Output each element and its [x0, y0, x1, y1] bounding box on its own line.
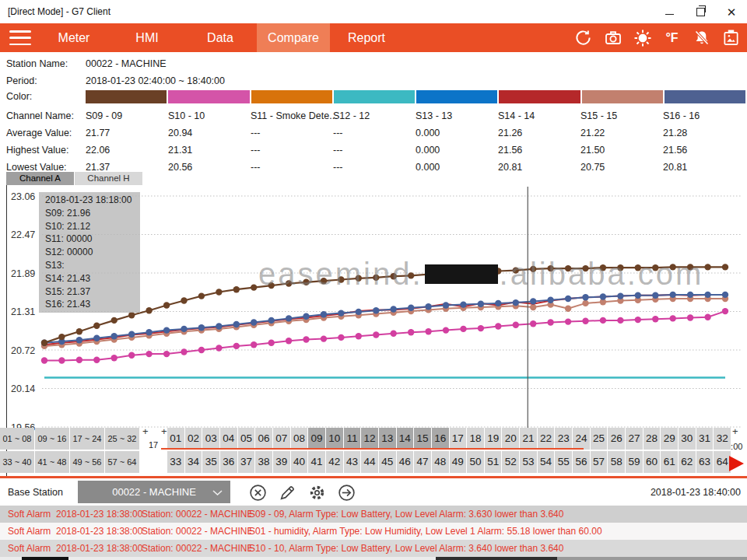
page-cell-05[interactable]: 05: [238, 428, 255, 450]
cancel-alarm-button[interactable]: [247, 482, 268, 502]
page-cell-03[interactable]: 03: [202, 428, 219, 450]
page-cell-20[interactable]: 20: [502, 428, 519, 450]
page-cell-06[interactable]: 06: [255, 428, 272, 450]
page-cell-21[interactable]: 21: [520, 428, 537, 450]
page-cell-25[interactable]: 25: [591, 428, 608, 450]
page-cell-28[interactable]: 28: [644, 428, 661, 450]
page-cell-39[interactable]: 39: [273, 451, 290, 473]
range-tab[interactable]: 01 ~ 08: [0, 428, 34, 450]
page-cell-44[interactable]: 44: [361, 451, 378, 473]
page-cell-32[interactable]: 32: [714, 428, 731, 450]
camera-icon[interactable]: [603, 28, 622, 47]
screenshot-image-icon[interactable]: [721, 28, 741, 47]
zoom-in-axis-right[interactable]: +: [732, 425, 738, 437]
page-cell-55[interactable]: 55: [555, 451, 572, 473]
nav-item-hmi[interactable]: HMI: [110, 23, 184, 52]
page-cell-02[interactable]: 02: [185, 428, 202, 450]
page-cell-13[interactable]: 13: [379, 428, 396, 450]
page-cell-61[interactable]: 61: [661, 451, 678, 473]
page-cell-59[interactable]: 59: [626, 451, 643, 473]
range-tab[interactable]: 49 ~ 56: [70, 451, 104, 473]
page-cell-27[interactable]: 27: [626, 428, 643, 450]
page-cell-56[interactable]: 56: [573, 451, 590, 473]
zoom-in-axis-left2[interactable]: +: [161, 425, 167, 437]
nav-item-meter[interactable]: Meter: [37, 23, 110, 52]
page-cell-49[interactable]: 49: [450, 451, 467, 473]
page-cell-10[interactable]: 10: [326, 428, 343, 450]
page-cell-26[interactable]: 26: [608, 428, 625, 450]
range-tab[interactable]: 17 ~ 24: [70, 428, 104, 450]
page-cell-04[interactable]: 04: [220, 428, 237, 450]
page-cell-35[interactable]: 35: [202, 451, 219, 473]
page-cell-46[interactable]: 46: [397, 451, 414, 473]
page-cell-41[interactable]: 41: [308, 451, 325, 473]
page-cell-47[interactable]: 47: [414, 451, 431, 473]
page-cell-11[interactable]: 11: [344, 428, 361, 450]
range-tab[interactable]: 33 ~ 40: [0, 451, 34, 473]
page-cell-08[interactable]: 08: [291, 428, 308, 450]
page-cell-43[interactable]: 43: [344, 451, 361, 473]
zoom-in-axis-left[interactable]: +: [142, 425, 149, 437]
sync-icon[interactable]: [573, 28, 593, 47]
page-cell-23[interactable]: 23: [555, 428, 572, 450]
minimize-button[interactable]: [654, 0, 685, 23]
next-page-arrow[interactable]: [729, 456, 744, 471]
range-tab[interactable]: 41 ~ 48: [35, 451, 69, 473]
page-cell-24[interactable]: 24: [573, 428, 590, 450]
page-cell-12[interactable]: 12: [361, 428, 378, 450]
fahrenheit-icon[interactable]: °F: [662, 28, 682, 47]
page-cell-22[interactable]: 22: [538, 428, 555, 450]
page-cell-38[interactable]: 38: [255, 451, 272, 473]
page-cell-16[interactable]: 16: [432, 428, 449, 450]
page-cell-15[interactable]: 15: [414, 428, 431, 450]
page-cell-17[interactable]: 17: [450, 428, 467, 450]
page-cell-01[interactable]: 01: [167, 428, 184, 450]
page-cell-50[interactable]: 50: [467, 451, 484, 473]
page-cell-64[interactable]: 64: [714, 451, 731, 473]
page-cell-62[interactable]: 62: [679, 451, 696, 473]
page-cell-48[interactable]: 48: [432, 451, 449, 473]
range-tab[interactable]: 25 ~ 32: [105, 428, 139, 450]
page-cell-29[interactable]: 29: [661, 428, 678, 450]
page-cell-57[interactable]: 57: [591, 451, 608, 473]
page-cell-33[interactable]: 33: [167, 451, 184, 473]
brightness-icon[interactable]: [633, 28, 652, 47]
page-cell-51[interactable]: 51: [485, 451, 502, 473]
page-cell-52[interactable]: 52: [502, 451, 519, 473]
page-cell-19[interactable]: 19: [485, 428, 502, 450]
page-cell-58[interactable]: 58: [608, 451, 625, 473]
page-cell-54[interactable]: 54: [538, 451, 555, 473]
restore-button[interactable]: [685, 0, 716, 23]
edit-pencil-button[interactable]: [277, 482, 297, 502]
page-cell-45[interactable]: 45: [379, 451, 396, 473]
page-cell-14[interactable]: 14: [397, 428, 414, 450]
range-tab[interactable]: 57 ~ 64: [105, 451, 139, 473]
page-cell-37[interactable]: 37: [238, 451, 255, 473]
page-cell-40[interactable]: 40: [291, 451, 308, 473]
page-cell-36[interactable]: 36: [220, 451, 237, 473]
page-cell-30[interactable]: 30: [679, 428, 696, 450]
page-cell-07[interactable]: 07: [273, 428, 290, 450]
base-station-select[interactable]: 00022 - MACHINE: [78, 481, 230, 503]
go-export-button[interactable]: [336, 482, 356, 502]
settings-gear-button[interactable]: [307, 482, 327, 502]
page-cell-63[interactable]: 63: [696, 451, 714, 473]
tab-channel-a[interactable]: Channel A: [6, 172, 74, 185]
page-cell-53[interactable]: 53: [520, 451, 537, 473]
nav-item-compare[interactable]: Compare: [257, 23, 330, 52]
range-tab[interactable]: 09 ~ 16: [35, 428, 69, 450]
page-cell-31[interactable]: 31: [696, 428, 714, 450]
page-cell-42[interactable]: 42: [326, 451, 343, 473]
page-cell-09[interactable]: 09: [308, 428, 325, 450]
page-cell-18[interactable]: 18: [467, 428, 484, 450]
tab-channel-h[interactable]: Channel H: [75, 172, 142, 185]
close-button[interactable]: ✕: [716, 0, 747, 23]
data-point-S10: [58, 357, 65, 363]
nav-item-data[interactable]: Data: [184, 23, 257, 52]
bell-off-icon[interactable]: [692, 28, 711, 47]
nav-item-report[interactable]: Report: [330, 23, 403, 52]
page-cell-60[interactable]: 60: [644, 451, 661, 473]
y-tick-label: 23.06: [11, 191, 35, 202]
hamburger-menu-icon[interactable]: [9, 30, 31, 45]
page-cell-34[interactable]: 34: [185, 451, 202, 473]
